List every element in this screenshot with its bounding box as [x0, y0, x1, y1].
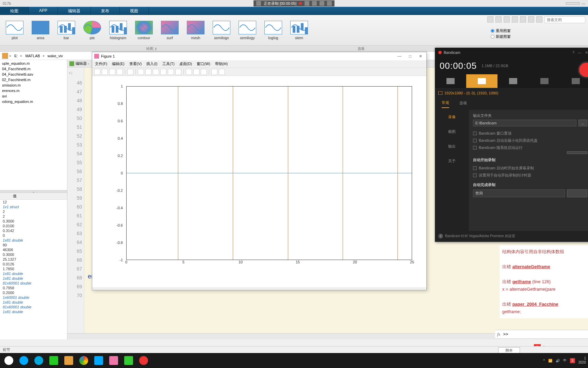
plot-type-histogram[interactable]: histogram: [106, 18, 130, 43]
system-tray[interactable]: ^ 📶 🔊 中 S 1 2020: [543, 356, 586, 365]
plot-type-semilogy[interactable]: semilogy: [235, 18, 259, 43]
browse-button[interactable]: ...: [578, 120, 587, 126]
check-auto-timer[interactable]: 设置用于自动开始录制的计时器: [473, 172, 587, 179]
edge-button[interactable]: [32, 354, 46, 367]
figure-window[interactable]: Figure 1 — □ ✕ 文件(F)编辑(E)查看(V)插入(I)工具(T)…: [92, 52, 427, 290]
minimize-icon[interactable]: —: [582, 1, 585, 5]
workspace-value[interactable]: 2: [0, 209, 67, 214]
workspace-value[interactable]: 1x81 double: [0, 276, 67, 281]
close-button[interactable]: ✕: [417, 54, 424, 59]
check-auto-fullscreen[interactable]: Bandicam 启动时开始全屏幕录制: [473, 165, 587, 172]
workspace-value[interactable]: 1x81 double: [0, 300, 67, 305]
rotate-icon[interactable]: [160, 69, 166, 75]
tray-chevron-icon[interactable]: ^: [543, 359, 545, 363]
brush-icon[interactable]: [175, 69, 181, 75]
tab-app[interactable]: APP: [29, 7, 58, 15]
chrome-button[interactable]: [77, 354, 91, 367]
nav-screenshot[interactable]: 截图: [435, 124, 469, 139]
workspace-value[interactable]: 25.1327: [0, 257, 67, 262]
auto-end-select[interactable]: 禁用: [473, 189, 565, 197]
editor-tab-label[interactable]: 编辑器 -: [76, 61, 89, 66]
mode-screen[interactable]: [466, 74, 497, 88]
mode-device[interactable]: [497, 74, 529, 88]
tab-plot[interactable]: 绘图: [0, 7, 29, 15]
datatip-icon[interactable]: [168, 69, 174, 75]
print-icon[interactable]: [117, 69, 123, 75]
error-link[interactable]: paper_2004_Facchine: [512, 302, 558, 307]
workspace-value[interactable]: 1x60001 double: [0, 295, 67, 300]
figure-menu-item[interactable]: 桌面(D): [179, 61, 192, 66]
workspace-value[interactable]: 1x1 struct: [0, 204, 67, 209]
workspace-value[interactable]: 12: [0, 200, 67, 204]
pause-icon[interactable]: [305, 1, 309, 6]
nav-about[interactable]: 关于: [435, 154, 469, 168]
command-prompt-bar[interactable]: fx >>: [495, 330, 588, 338]
search-docs-input[interactable]: [544, 16, 585, 23]
file-item[interactable]: erences.m: [1, 88, 66, 93]
minimize-button[interactable]: —: [395, 54, 404, 59]
workspace-value[interactable]: 1x81 double: [0, 271, 67, 276]
save-icon[interactable]: [109, 69, 115, 75]
tab-general[interactable]: 常规: [442, 100, 449, 108]
workspace-value[interactable]: 0.3000: [0, 252, 67, 257]
plot-type-plot[interactable]: plot: [3, 18, 27, 43]
workspace-value[interactable]: 2: [0, 214, 67, 219]
workspace-value[interactable]: 81x60001 double: [0, 281, 67, 286]
auto-end-settings-button[interactable]: [567, 189, 587, 197]
clock-time[interactable]: 1: [578, 356, 586, 361]
plot-type-semilogx[interactable]: semilogx: [210, 18, 233, 43]
nav-output[interactable]: 输出: [435, 139, 469, 154]
workspace-value[interactable]: 46306: [0, 247, 67, 252]
pointer-icon[interactable]: [127, 69, 133, 75]
plot-type-contour[interactable]: contour: [132, 18, 156, 43]
radio-new-figure[interactable]: 新建图窗: [491, 34, 585, 39]
figure-titlebar[interactable]: Figure 1 — □ ✕: [92, 52, 426, 60]
zhihu-button[interactable]: [92, 354, 105, 367]
mode-folder[interactable]: [529, 74, 560, 88]
close-icon[interactable]: [327, 1, 332, 6]
zoom-out-icon[interactable]: [145, 69, 151, 75]
wechat-button[interactable]: [122, 354, 135, 367]
open-icon[interactable]: [102, 69, 108, 75]
plot-type-area[interactable]: area: [29, 18, 52, 43]
cut-icon[interactable]: [495, 16, 502, 22]
pycharm-button[interactable]: [47, 354, 61, 367]
workspace-value[interactable]: 0: [0, 233, 67, 238]
figure-menu-item[interactable]: 文件(F): [95, 61, 107, 66]
output-path-input[interactable]: E:\Bandicam: [473, 120, 576, 126]
settings-button[interactable]: [567, 151, 587, 154]
error-link[interactable]: alternateGetframe: [512, 264, 550, 269]
undo-icon[interactable]: [520, 16, 526, 22]
new-icon[interactable]: [94, 69, 100, 75]
start-button[interactable]: [2, 354, 16, 367]
workspace-value[interactable]: 81x60001 double: [0, 305, 67, 309]
figure-axes-canvas[interactable]: -1-0.8-0.6-0.4-0.200.20.40.60.8105101520…: [92, 76, 426, 287]
file-item[interactable]: 04_Facchinetti.asv: [1, 72, 66, 77]
plot-type-stem[interactable]: stem: [287, 18, 311, 43]
plot-type-mesh[interactable]: mesh: [184, 18, 208, 43]
check-always-on-top[interactable]: Bandicam 窗口置顶: [473, 130, 587, 137]
bandicam-footer[interactable]: i Bandicam 针对 Vegas/Adobe Premiere 的设置: [435, 231, 588, 241]
file-item[interactable]: 02_Facchinetti.m: [1, 77, 66, 82]
workspace-value[interactable]: 0.0126: [0, 262, 67, 266]
file-item[interactable]: uple_equation.m: [1, 61, 66, 66]
cortana-button[interactable]: [17, 354, 31, 367]
figure-menu-item[interactable]: 编辑(E): [112, 61, 125, 66]
file-item[interactable]: 04_Facchinetti.m: [1, 66, 66, 72]
volume-icon[interactable]: 🔊: [556, 359, 560, 363]
mode-game[interactable]: [435, 74, 466, 88]
plot-type-loglog[interactable]: loglog: [261, 18, 285, 43]
plot-type-bar[interactable]: bar: [54, 18, 78, 43]
plot-type-surf[interactable]: surf: [158, 18, 182, 43]
redo-icon[interactable]: [528, 16, 534, 22]
tab-publish[interactable]: 发布: [91, 7, 120, 15]
wifi-icon[interactable]: 📶: [548, 359, 552, 363]
help-button[interactable]: ?: [572, 50, 574, 55]
panel-splitter[interactable]: ▴: [0, 190, 67, 193]
error-link[interactable]: getframe: [512, 279, 531, 284]
layout-icon[interactable]: [211, 69, 217, 75]
workspace-value[interactable]: 0.2000: [0, 290, 67, 295]
workspace-value[interactable]: 1.7850: [0, 266, 67, 271]
tab-view[interactable]: 视图: [120, 7, 149, 15]
stop-icon[interactable]: [312, 1, 317, 6]
